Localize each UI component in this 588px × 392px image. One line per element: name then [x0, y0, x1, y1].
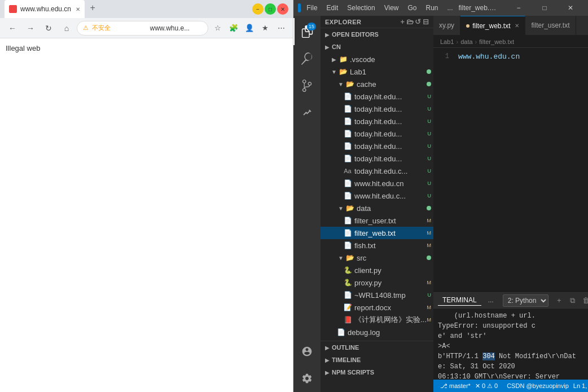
tab-close-button[interactable]: ✕: [76, 6, 80, 12]
menu-go[interactable]: Go: [405, 3, 419, 13]
terminal-instance-select[interactable]: 2: Python: [503, 294, 548, 307]
cache-file-8[interactable]: 📄 www.hit.edu.cn U: [321, 177, 433, 190]
wrl-tmp-file[interactable]: 📄 ~WRL1408.tmp U: [321, 289, 433, 301]
new-folder-icon[interactable]: 🗁: [406, 17, 414, 26]
vscode-maximize-button[interactable]: □: [532, 0, 558, 16]
errors-status[interactable]: ✕ 0 ⚠ 0: [473, 382, 500, 390]
tab-filter-web-txt[interactable]: filter_web.txt ✕: [460, 16, 525, 35]
cache-file-1[interactable]: 📄 today.hit.edu... U: [321, 90, 433, 103]
filter-user-file[interactable]: 📄 filter_user.txt M: [321, 214, 433, 227]
terminal-split-button[interactable]: ⧉: [567, 294, 579, 307]
address-bar[interactable]: ⚠ 不安全 www.whu.e...: [77, 21, 208, 36]
cache-file-3[interactable]: 📄 today.hit.edu... U: [321, 115, 433, 127]
filter-web-icon: 📄: [343, 228, 352, 237]
vscode-folder-item[interactable]: ▶ 📁 .vscode: [321, 53, 433, 65]
vscode-window-controls: − □ ✕: [506, 0, 583, 16]
filter-web-file[interactable]: 📄 filter_web.txt M: [321, 227, 433, 239]
cache-file-2-badge: U: [428, 106, 434, 112]
cache-file-2[interactable]: 📄 today.hit.edu... U: [321, 103, 433, 115]
vscode-minimize-button[interactable]: −: [506, 0, 532, 16]
back-button[interactable]: ←: [5, 20, 20, 36]
cache-file-4-label: today.hit.edu...: [354, 130, 428, 138]
error-icon: ✕: [475, 382, 480, 390]
minimize-button[interactable]: −: [252, 3, 264, 15]
line-col-label: Ln 1, Col 15: [573, 382, 588, 389]
activity-explorer[interactable]: 15: [293, 18, 321, 45]
fish-file[interactable]: 📄 fish.txt M: [321, 239, 433, 252]
src-folder-item[interactable]: ▼ 📂 src: [321, 252, 433, 264]
new-file-icon[interactable]: +: [400, 17, 405, 26]
breadcrumb-lab1[interactable]: Lab1: [440, 38, 454, 45]
account-status[interactable]: CSDN @byezuopinvip: [504, 382, 571, 390]
open-editors-section[interactable]: ▶ OPEN EDITORS: [321, 28, 433, 41]
cache-file-4[interactable]: 📄 today.hit.edu... U: [321, 127, 433, 140]
terminal-tab-more[interactable]: ...: [484, 295, 498, 306]
forward-button[interactable]: →: [23, 20, 38, 36]
vscode-close-button[interactable]: ✕: [558, 0, 583, 16]
timeline-section[interactable]: ▶ TIMELINE: [321, 354, 433, 366]
refresh-icon[interactable]: ↺: [415, 17, 422, 26]
browser-window: www.whu.edu.cn ✕ + − □ ✕ ← → ↻ ⌂ ⚠ 不安全 w…: [0, 0, 293, 392]
breadcrumb-data[interactable]: data: [460, 38, 472, 45]
npm-scripts-section[interactable]: ▶ NPM SCRIPTS: [321, 366, 433, 378]
cache-file-8-label: www.hit.edu.cn: [354, 179, 428, 188]
src-label: src: [357, 254, 427, 262]
cache-file-9[interactable]: 📄 www.hit.edu.c... U: [321, 190, 433, 202]
line-col-status[interactable]: Ln 1, Col 15: [571, 382, 588, 390]
debug-log-file[interactable]: 📄 debug.log: [321, 326, 433, 338]
tab-xy-py[interactable]: xy.py: [433, 16, 460, 35]
cn-label: CN: [332, 43, 433, 50]
cache-file-6-label: today.hit.edu...: [354, 155, 428, 163]
extension-button[interactable]: 🧩: [226, 21, 241, 36]
wrl-tmp-icon: 📄: [343, 290, 352, 299]
more-button[interactable]: ⋯: [274, 21, 288, 36]
terminal-content[interactable]: (url.hostname + url. TypeError: unsuppor…: [433, 309, 588, 380]
cache-file-7[interactable]: Aa today.hit.edu.c... U: [321, 165, 433, 177]
zh-doc-file[interactable]: 📕 《计算机网络》实验... M: [321, 314, 433, 326]
close-button[interactable]: ✕: [277, 3, 288, 15]
maximize-button[interactable]: □: [265, 3, 276, 15]
cn-section[interactable]: ▶ CN: [321, 41, 433, 53]
activity-settings[interactable]: [293, 365, 321, 392]
tab-filter-user-txt[interactable]: filter_user.txt: [525, 16, 576, 35]
new-tab-button[interactable]: +: [85, 0, 100, 16]
outline-section[interactable]: ▶ OUTLINE: [321, 341, 433, 354]
menu-run[interactable]: Run: [423, 3, 440, 13]
menu-more[interactable]: ...: [445, 3, 455, 13]
activity-source-control[interactable]: [293, 72, 321, 99]
editor-content[interactable]: 1 www.whu.edu.cn: [433, 48, 588, 292]
cache-arrow: ▼: [336, 81, 345, 87]
menu-view[interactable]: View: [382, 3, 401, 13]
menu-edit[interactable]: Edit: [324, 3, 341, 13]
client-py-file[interactable]: 🐍 client.py: [321, 264, 433, 276]
debug-log-label: debug.log: [348, 328, 433, 337]
lab1-arrow: ▼: [330, 69, 339, 75]
cache-file-5[interactable]: 📄 today.hit.edu... U: [321, 140, 433, 152]
report-docx-file[interactable]: 📝 report.docx M: [321, 301, 433, 314]
profile-button[interactable]: 👤: [242, 21, 257, 36]
browser-active-tab[interactable]: www.whu.edu.cn ✕: [5, 0, 85, 18]
bookmark-button[interactable]: ☆: [210, 21, 225, 36]
cache-file-6[interactable]: 📄 today.hit.edu... U: [321, 152, 433, 165]
cache-folder-item[interactable]: ▼ 📂 cache: [321, 78, 433, 90]
filter-web-tab-close[interactable]: ✕: [515, 23, 519, 29]
home-button[interactable]: ⌂: [59, 20, 74, 36]
git-branch-status[interactable]: ⎇ master*: [438, 382, 473, 390]
favorites-button[interactable]: ★: [258, 21, 273, 36]
proxy-py-file[interactable]: 🐍 proxy.py M: [321, 276, 433, 289]
breadcrumb-file[interactable]: filter_web.txt: [479, 38, 514, 45]
collapse-icon[interactable]: ⊟: [423, 17, 429, 26]
menu-selection[interactable]: Selection: [345, 3, 377, 13]
menu-file[interactable]: File: [304, 3, 319, 13]
terminal-kill-button[interactable]: 🗑: [580, 294, 588, 307]
activity-extensions[interactable]: [293, 99, 321, 126]
src-arrow: ▼: [336, 255, 345, 261]
refresh-button[interactable]: ↻: [41, 20, 56, 36]
terminal-add-button[interactable]: +: [553, 294, 565, 307]
data-folder-item[interactable]: ▼ 📂 data: [321, 202, 433, 214]
terminal-tab-main[interactable]: TERMINAL: [438, 295, 481, 306]
activity-account[interactable]: [293, 338, 321, 365]
file-icon-8: 📄: [343, 179, 352, 188]
lab1-folder-item[interactable]: ▼ 📂 Lab1: [321, 65, 433, 78]
activity-search[interactable]: [293, 45, 321, 72]
